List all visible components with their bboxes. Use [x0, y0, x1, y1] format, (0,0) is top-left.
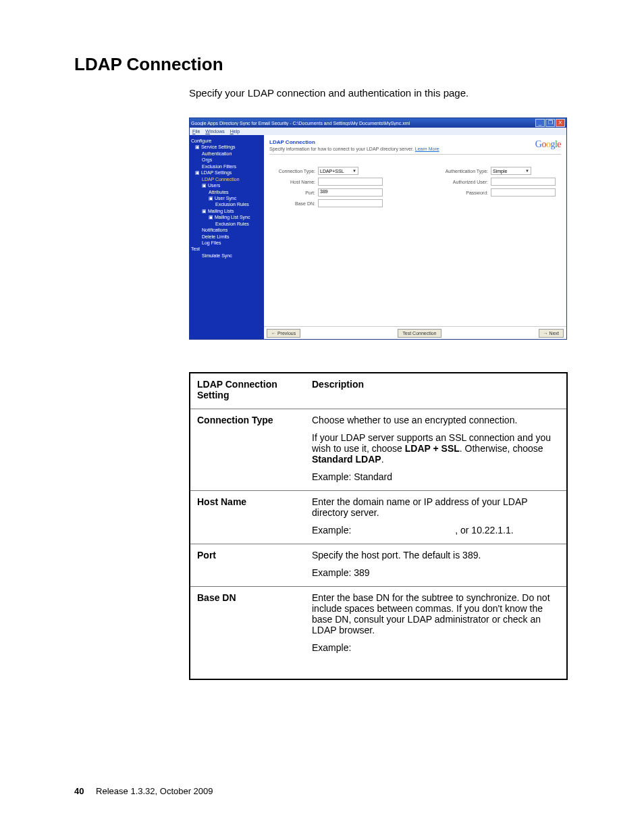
nav-authentication[interactable]: Authentication: [191, 151, 263, 157]
row-label-connection-type: Connection Type: [190, 409, 305, 491]
window-titlebar: Google Apps Directory Sync for Email Sec…: [190, 118, 566, 128]
auth-type-select[interactable]: Simple▼: [491, 167, 531, 175]
nav-service-settings[interactable]: ▣ Service Settings: [191, 144, 263, 150]
label-auth-type: Authentication Type:: [435, 169, 488, 174]
nav-users[interactable]: ▣ Users: [191, 182, 263, 188]
nav-ldap-settings[interactable]: ▣ LDAP Settings: [191, 170, 263, 176]
nav-mailing-lists[interactable]: ▣ Mailing Lists: [191, 208, 263, 214]
page-number: 40: [74, 786, 84, 796]
nav-ldap-connection[interactable]: LDAP Connection: [191, 176, 263, 182]
intro-text: Specify your LDAP connection and authent…: [189, 87, 570, 99]
row-desc-connection-type: Choose whether to use an encrypted conne…: [305, 409, 567, 491]
nav-orgs[interactable]: Orgs: [191, 157, 263, 163]
label-base-dn: Base DN:: [269, 201, 315, 206]
content-title: LDAP Connection: [269, 139, 561, 145]
menu-file[interactable]: FFileile: [192, 129, 200, 134]
nav-simulate-sync[interactable]: Simulate Sync: [191, 253, 263, 259]
nav-mailing-list-sync[interactable]: ▣ Mailing List Sync: [191, 214, 263, 220]
row-label-port: Port: [190, 544, 305, 587]
password-input[interactable]: [491, 188, 556, 197]
nav-delete-limits[interactable]: Delete Limits: [191, 234, 263, 240]
connection-type-select[interactable]: LDAP+SSL▼: [318, 167, 358, 175]
row-desc-base-dn: Enter the base DN for the subtree to syn…: [305, 587, 567, 680]
google-logo: Google: [535, 139, 561, 150]
content-subtitle: Specify information for how to connect t…: [269, 147, 561, 155]
label-connection-type: Connection Type:: [269, 169, 315, 174]
window-controls: _ ❐ X: [535, 119, 565, 127]
next-button[interactable]: → Next: [539, 329, 564, 338]
nav-log-files[interactable]: Log Files: [191, 240, 263, 246]
nav-user-sync[interactable]: ▣ User Sync: [191, 195, 263, 201]
table-row: Host Name Enter the domain name or IP ad…: [190, 491, 567, 544]
content-pane: Google LDAP Connection Specify informati…: [264, 135, 566, 339]
previous-button[interactable]: ← Previous: [267, 329, 300, 338]
label-password: Password:: [435, 190, 488, 195]
close-button[interactable]: X: [556, 119, 565, 127]
port-input[interactable]: 389: [318, 188, 383, 197]
menu-windows[interactable]: Windows: [205, 129, 224, 134]
label-auth-user: Authorized User:: [435, 180, 488, 184]
page-title: LDAP Connection: [74, 54, 570, 75]
menubar: FFileile Windows Help: [190, 128, 566, 135]
table-row: Connection Type Choose whether to use an…: [190, 409, 567, 491]
nav-test[interactable]: Test: [191, 246, 263, 252]
nav-configure[interactable]: Configure: [191, 138, 263, 144]
chevron-down-icon: ▼: [352, 169, 356, 173]
nav-exclusion-rules-ml[interactable]: Exclusion Rules: [191, 221, 263, 227]
minimize-button[interactable]: _: [535, 119, 545, 127]
learn-more-link[interactable]: Learn More: [415, 147, 439, 151]
table-row: Base DN Enter the base DN for the subtre…: [190, 587, 567, 680]
nav-exclusion-filters[interactable]: Exclusion Filters: [191, 163, 263, 170]
nav-exclusion-rules-users[interactable]: Exclusion Rules: [191, 201, 263, 207]
settings-table: LDAP Connection Setting Description Conn…: [189, 372, 568, 680]
row-label-base-dn: Base DN: [190, 587, 305, 680]
window-title: Google Apps Directory Sync for Email Sec…: [191, 121, 535, 126]
nav-attributes[interactable]: Attributes: [191, 189, 263, 195]
app-window: Google Apps Directory Sync for Email Sec…: [189, 118, 567, 340]
chevron-down-icon: ▼: [525, 169, 529, 173]
auth-user-input[interactable]: [491, 178, 556, 186]
label-port: Port:: [269, 190, 315, 195]
row-desc-host-name: Enter the domain name or IP address of y…: [305, 491, 567, 544]
table-header-description: Description: [312, 379, 560, 390]
test-connection-button[interactable]: Test Connection: [398, 329, 441, 338]
row-label-host-name: Host Name: [190, 491, 305, 544]
release-text: Release 1.3.32, October 2009: [96, 786, 213, 796]
table-row: Port Specify the host port. The default …: [190, 544, 567, 587]
base-dn-input[interactable]: [318, 199, 383, 207]
page-footer: 40 Release 1.3.32, October 2009: [74, 786, 213, 796]
nav-notifications[interactable]: Notifications: [191, 227, 263, 233]
row-desc-port: Specify the host port. The default is 38…: [305, 544, 567, 587]
maximize-button[interactable]: ❐: [545, 119, 555, 127]
host-name-input[interactable]: [318, 178, 383, 186]
table-header-setting-1: LDAP Connection: [197, 379, 298, 390]
nav-tree: Configure ▣ Service Settings Authenticat…: [190, 135, 264, 339]
menu-help[interactable]: Help: [230, 129, 240, 134]
table-header-setting-2: Setting: [197, 390, 298, 400]
label-host-name: Host Name:: [269, 180, 315, 184]
